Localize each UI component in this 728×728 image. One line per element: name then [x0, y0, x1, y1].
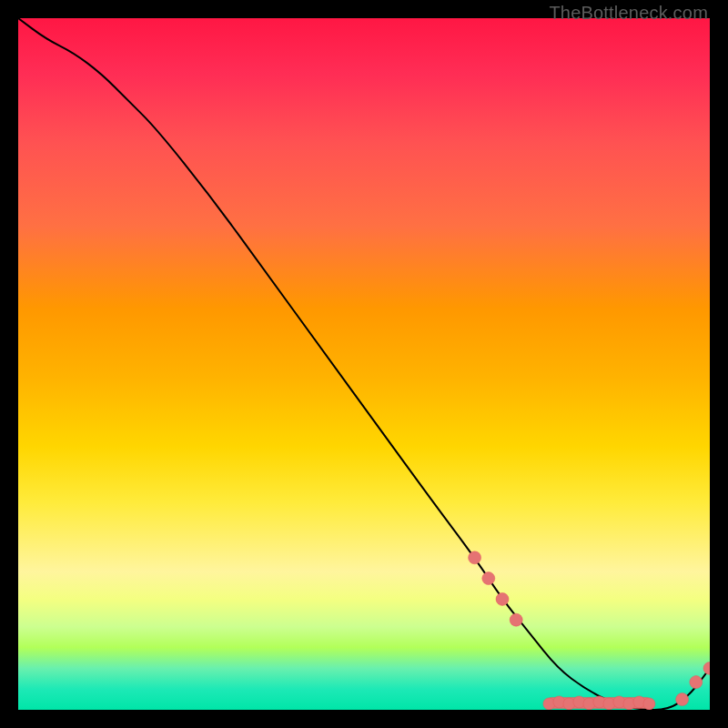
watermark-text: TheBottleneck.com — [549, 3, 708, 24]
chart-gradient-area — [18, 18, 710, 710]
